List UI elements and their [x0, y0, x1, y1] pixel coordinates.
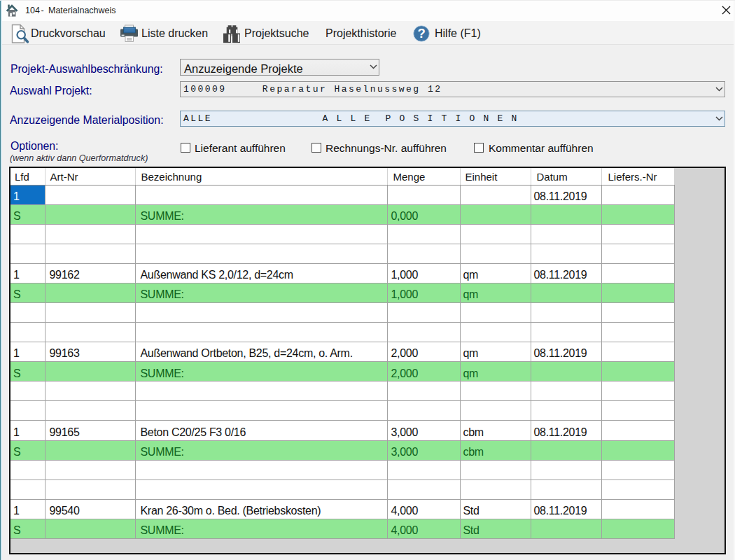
- svg-text:?: ?: [417, 26, 425, 41]
